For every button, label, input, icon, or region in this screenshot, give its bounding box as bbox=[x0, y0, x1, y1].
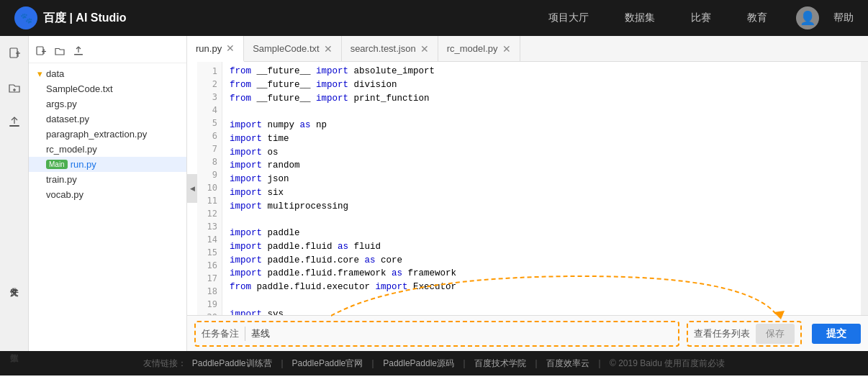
tab-runpy-label: run.py bbox=[196, 43, 222, 54]
nav-competitions[interactable]: 比赛 bbox=[691, 12, 711, 24]
footer-friendly-links: 友情链接： bbox=[143, 358, 186, 370]
svg-rect-10 bbox=[74, 54, 83, 55]
tab-rcmodel-close[interactable]: ✕ bbox=[502, 44, 511, 54]
file-rcmodel[interactable]: rc_model.py bbox=[29, 142, 186, 157]
file-rcmodel-label: rc_model.py bbox=[46, 144, 97, 155]
file-vocab[interactable]: vocab.py bbox=[29, 187, 186, 202]
view-tasks-button[interactable]: 查看任务列表 bbox=[694, 327, 750, 340]
toolbar-upload[interactable] bbox=[72, 45, 85, 60]
baseline-label: 基线 bbox=[251, 327, 270, 340]
file-args-label: args.py bbox=[46, 99, 77, 109]
file-paragraph[interactable]: paragraph_extraction.py bbox=[29, 127, 186, 142]
file-dataset-label: dataset.py bbox=[46, 114, 89, 124]
footer-link-training[interactable]: PaddlePaddle训练营 bbox=[192, 358, 272, 370]
tab-runpy[interactable]: run.py ✕ bbox=[187, 36, 244, 62]
file-args[interactable]: args.py bbox=[29, 96, 186, 111]
sidebar-label-folder[interactable]: 文件夹 bbox=[8, 276, 20, 285]
brand-logo: 🐾 百度 | AI Studio bbox=[14, 6, 127, 29]
sidebar-icons: 文件夹 数据集 bbox=[0, 36, 29, 351]
new-folder-icon[interactable] bbox=[4, 78, 24, 98]
nav-right: 👤 帮助 bbox=[796, 6, 854, 29]
tab-searchtest[interactable]: search.test.json ✕ bbox=[342, 36, 438, 61]
submit-button[interactable]: 提交 bbox=[812, 324, 861, 344]
tab-searchtest-close[interactable]: ✕ bbox=[420, 44, 429, 54]
file-dataset[interactable]: dataset.py bbox=[29, 111, 186, 127]
file-train-label: train.py bbox=[46, 174, 77, 185]
file-paragraph-label: paragraph_extraction.py bbox=[46, 129, 147, 140]
task-input-area: 任务备注 基线 bbox=[194, 321, 679, 347]
editor-tabs: run.py ✕ SampleCode.txt ✕ search.test.js… bbox=[187, 36, 868, 62]
code-editor[interactable]: ◀ 1234 5678 9101112 13141516 17181920 21… bbox=[187, 62, 868, 315]
nav-datasets[interactable]: 数据集 bbox=[625, 12, 655, 24]
file-runpy-label: run.py bbox=[71, 159, 96, 170]
svg-rect-5 bbox=[9, 125, 19, 127]
folder-name: data bbox=[46, 68, 64, 79]
task-divider bbox=[245, 327, 245, 341]
task-label: 任务备注 bbox=[202, 327, 239, 340]
nav-help[interactable]: 帮助 bbox=[833, 12, 854, 24]
save-button[interactable]: 保存 bbox=[756, 324, 795, 344]
footer-link-efficiency[interactable]: 百度效率云 bbox=[546, 358, 589, 370]
file-tree-toolbar bbox=[29, 42, 186, 63]
task-right-area: 查看任务列表 保存 bbox=[687, 321, 802, 347]
nav-education[interactable]: 教育 bbox=[747, 12, 767, 24]
tab-samplecode-label: SampleCode.txt bbox=[253, 43, 320, 54]
code-content[interactable]: from __future__ import absolute_import f… bbox=[222, 62, 861, 315]
nav-links: 项目大厅 数据集 比赛 教育 bbox=[548, 12, 767, 24]
file-vocab-label: vocab.py bbox=[46, 189, 83, 200]
footer-link-official[interactable]: PaddlePaddle官网 bbox=[292, 358, 363, 370]
tab-searchtest-label: search.test.json bbox=[351, 43, 416, 54]
footer-copyright: © 2019 Baidu 使用百度前必读 bbox=[610, 358, 725, 370]
line-numbers: 1234 5678 9101112 13141516 17181920 2122… bbox=[197, 62, 222, 315]
avatar[interactable]: 👤 bbox=[796, 6, 819, 29]
sidebar-label-datasets[interactable]: 数据集 bbox=[8, 342, 20, 351]
footer-link-source[interactable]: PaddlePaddle源码 bbox=[383, 358, 454, 370]
folder-data[interactable]: ▾ data bbox=[29, 66, 186, 81]
editor-area: run.py ✕ SampleCode.txt ✕ search.test.js… bbox=[187, 36, 868, 351]
main-badge: Main bbox=[46, 160, 68, 169]
tab-runpy-close[interactable]: ✕ bbox=[226, 43, 235, 53]
baidu-icon: 🐾 bbox=[14, 6, 37, 29]
file-tree: ▾ data SampleCode.txt args.py dataset.py… bbox=[29, 36, 187, 351]
footer-link-academy[interactable]: 百度技术学院 bbox=[474, 358, 526, 370]
file-samplecode[interactable]: SampleCode.txt bbox=[29, 81, 186, 96]
file-runpy[interactable]: Main run.py bbox=[29, 157, 186, 172]
top-navigation: 🐾 百度 | AI Studio 项目大厅 数据集 比赛 教育 👤 帮助 bbox=[0, 0, 868, 36]
footer: 友情链接： PaddlePaddle训练营 ｜ PaddlePaddle官网 ｜… bbox=[0, 351, 868, 375]
nav-projects[interactable]: 项目大厅 bbox=[548, 12, 589, 24]
tab-rcmodel[interactable]: rc_model.py ✕ bbox=[438, 36, 520, 61]
collapse-panel-arrow[interactable]: ◀ bbox=[187, 174, 197, 203]
main-area: 文件夹 数据集 ▾ data SampleCode.txt args.py bbox=[0, 36, 868, 351]
tab-rcmodel-label: rc_model.py bbox=[447, 43, 498, 54]
toolbar-new-file[interactable] bbox=[35, 45, 48, 60]
upload-icon[interactable] bbox=[4, 112, 24, 132]
svg-rect-7 bbox=[37, 47, 43, 55]
brand-name: 百度 | AI Studio bbox=[43, 11, 127, 26]
file-samplecode-label: SampleCode.txt bbox=[46, 83, 113, 94]
file-train[interactable]: train.py bbox=[29, 172, 186, 187]
tab-samplecode-close[interactable]: ✕ bbox=[324, 44, 333, 54]
bottom-task-bar: 任务备注 基线 查看任务列表 保存 提交 bbox=[187, 315, 868, 351]
editor-scrollbar[interactable] bbox=[861, 62, 868, 315]
toolbar-new-folder[interactable] bbox=[53, 45, 66, 60]
new-file-icon[interactable] bbox=[4, 43, 24, 63]
tab-samplecode[interactable]: SampleCode.txt ✕ bbox=[244, 36, 342, 61]
